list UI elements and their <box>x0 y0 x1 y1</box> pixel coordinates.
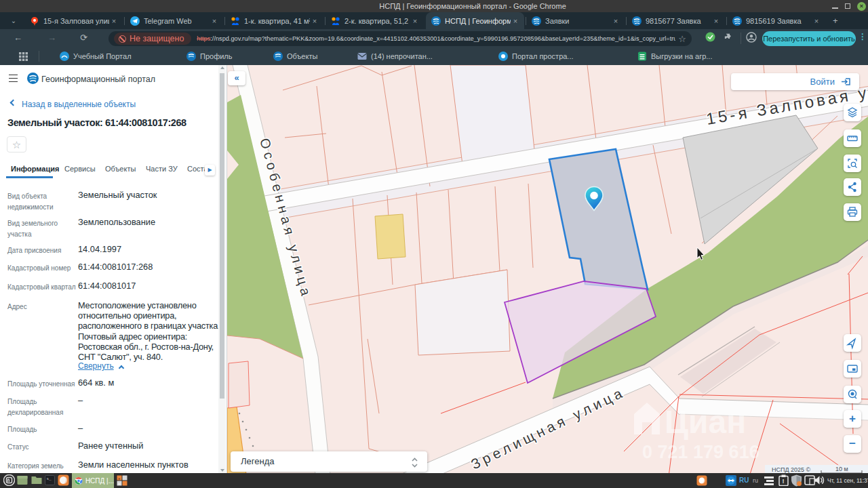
svg-text:+: + <box>118 476 121 481</box>
svg-text:s_: s_ <box>47 476 52 481</box>
svg-text:×: × <box>118 482 121 486</box>
svg-text:0 721 179 616: 0 721 179 616 <box>642 442 760 462</box>
svg-text:!: ! <box>783 478 785 485</box>
svg-text:Циан: Циан <box>665 404 746 440</box>
